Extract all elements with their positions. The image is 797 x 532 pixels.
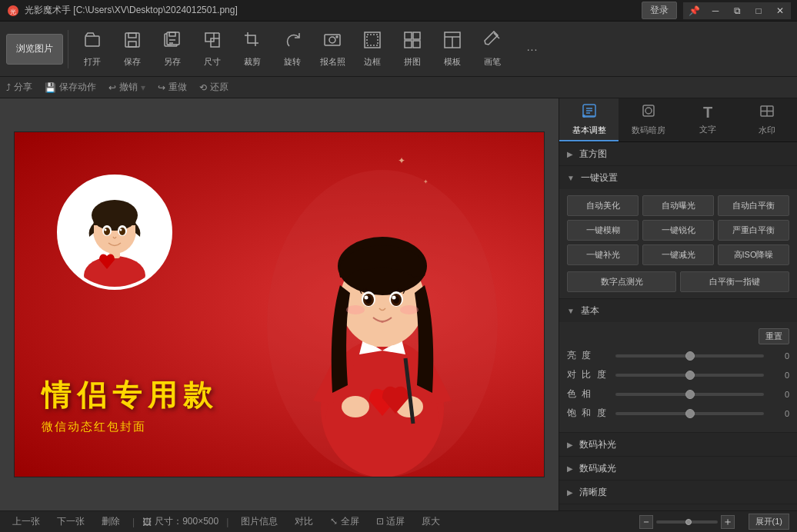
info-button[interactable]: 图片信息 xyxy=(236,514,282,530)
restore-action[interactable]: ⟲ 还原 xyxy=(199,81,228,94)
onekey-sharpen-btn[interactable]: 一键锐化 xyxy=(642,220,714,241)
contrast-thumb[interactable] xyxy=(685,371,695,380)
tab-text[interactable]: T 文字 xyxy=(679,98,738,141)
zoom-slider[interactable] xyxy=(656,520,718,524)
high-iso-btn[interactable]: 高ISO降噪 xyxy=(718,244,789,265)
onekey-fill-btn[interactable]: 一键补光 xyxy=(567,244,639,265)
darkroom-tab-icon xyxy=(641,103,656,122)
close-button[interactable]: ✕ xyxy=(769,2,791,19)
svg-text:光: 光 xyxy=(10,8,16,15)
save-action[interactable]: 💾 保存动作 xyxy=(45,81,96,94)
saturation-thumb[interactable] xyxy=(685,409,695,418)
basic-header[interactable]: ▼ 基本 xyxy=(559,299,797,322)
tool-draw-label: 画笔 xyxy=(484,56,501,68)
hue-row: 色 相 0 xyxy=(567,387,789,401)
zoom-thumb[interactable] xyxy=(685,519,692,525)
svg-rect-19 xyxy=(405,32,412,39)
tool-more[interactable]: ··· xyxy=(513,26,552,72)
svg-point-35 xyxy=(105,229,107,231)
tab-basic[interactable]: 基本调整 xyxy=(559,98,619,141)
tool-template-label: 模板 xyxy=(444,56,461,68)
basic-title: 基本 xyxy=(581,304,599,318)
histogram-chevron: ▶ xyxy=(567,150,573,158)
canvas-area: 情侣专用款 微信动态红包封面 xyxy=(0,98,559,510)
auto-exposure-btn[interactable]: 自动曝光 xyxy=(642,195,714,216)
redo-icon: ↪ xyxy=(158,82,165,93)
titlebar: 光 光影魔术手 [C:\Users\XV\Desktop\2024012501.… xyxy=(0,0,797,22)
contrast-button[interactable]: 对比 xyxy=(290,514,318,530)
tool-save[interactable]: 保存 xyxy=(113,26,152,72)
saturation-track[interactable] xyxy=(615,412,764,415)
expand-button[interactable]: 展开(1) xyxy=(749,514,789,530)
onekey-blur-btn[interactable]: 一键模糊 xyxy=(567,220,639,241)
wb-onekey-btn[interactable]: 白平衡一指键 xyxy=(680,271,789,292)
pin-button[interactable]: 📌 xyxy=(683,2,705,19)
tool-rotate[interactable]: 旋转 xyxy=(273,26,312,72)
tool-border[interactable]: 边框 xyxy=(353,26,392,72)
fit-icon: ⊡ xyxy=(376,516,384,527)
share-action[interactable]: ⤴ 分享 xyxy=(6,81,32,94)
brightness-thumb[interactable] xyxy=(685,351,695,361)
undo-action[interactable]: ↩ 撤销 ▾ xyxy=(108,81,145,94)
digital-darken-section: ▶ 数码减光 xyxy=(559,457,797,480)
digital-spot-btn[interactable]: 数字点测光 xyxy=(567,271,676,292)
actionbar: ⤴ 分享 💾 保存动作 ↩ 撤销 ▾ ↪ 重做 ⟲ 还原 xyxy=(0,77,797,98)
svg-point-39 xyxy=(342,396,369,417)
tab-darkroom[interactable]: 数码暗房 xyxy=(619,98,678,141)
basic-section: ▼ 基本 重置 亮 度 0 对 比 度 0 xyxy=(559,299,797,433)
contrast-row: 对 比 度 0 xyxy=(567,368,789,381)
onekey-darken-btn[interactable]: 一键减光 xyxy=(642,244,714,265)
contrast-track[interactable] xyxy=(615,374,764,377)
tool-open[interactable]: 打开 xyxy=(73,26,112,72)
digital-darken-header[interactable]: ▶ 数码减光 xyxy=(559,457,797,480)
tool-collage[interactable]: 拼图 xyxy=(393,26,432,72)
digital-fill-chevron: ▶ xyxy=(567,441,573,449)
maximize-button[interactable]: □ xyxy=(748,2,769,19)
undo-icon: ↩ xyxy=(108,82,116,93)
image-container: 情侣专用款 微信动态红包封面 xyxy=(14,131,545,477)
brightness-track[interactable] xyxy=(615,354,764,357)
tool-saveas[interactable]: 另存 xyxy=(153,26,192,72)
browse-button[interactable]: 浏览图片 xyxy=(6,34,63,65)
tool-photo[interactable]: 报名照 xyxy=(313,26,352,72)
original-button[interactable]: 原大 xyxy=(417,514,445,530)
tool-draw[interactable]: 画笔 xyxy=(473,26,512,72)
tool-template[interactable]: 模板 xyxy=(433,26,472,72)
next-button[interactable]: 下一张 xyxy=(52,514,89,530)
svg-rect-21 xyxy=(405,41,412,48)
clarity-title: 清晰度 xyxy=(579,486,607,499)
tab-darkroom-label: 数码暗房 xyxy=(632,125,665,136)
tab-watermark[interactable]: 水印 xyxy=(738,98,797,141)
delete-button[interactable]: 删除 xyxy=(97,514,125,530)
size-text: 尺寸：900×500 xyxy=(155,515,218,528)
tool-resize[interactable]: 尺寸 xyxy=(193,26,232,72)
draw-icon xyxy=(483,31,502,53)
onekey-header[interactable]: ▼ 一键设置 xyxy=(559,166,797,189)
digital-fill-header[interactable]: ▶ 数码补光 xyxy=(559,433,797,456)
zoom-minus-button[interactable]: － xyxy=(639,515,653,529)
saturation-row: 饱 和 度 0 xyxy=(567,407,789,420)
serious-wb-btn[interactable]: 严重白平衡 xyxy=(718,220,789,241)
tool-crop[interactable]: 裁剪 xyxy=(233,26,272,72)
svg-point-50 xyxy=(365,296,368,300)
zoom-controls: － ＋ xyxy=(639,515,735,529)
fullscreen-button[interactable]: ⤡ 全屏 xyxy=(325,514,363,530)
zoom-plus-button[interactable]: ＋ xyxy=(721,515,735,529)
minimize-button[interactable]: ─ xyxy=(705,2,726,19)
redo-action[interactable]: ↪ 重做 xyxy=(158,81,187,94)
histogram-header[interactable]: ▶ 直方图 xyxy=(559,142,797,165)
levels-header[interactable]: ▶ 色阶 xyxy=(559,504,797,510)
hue-track[interactable] xyxy=(615,393,764,396)
clarity-header[interactable]: ▶ 清晰度 xyxy=(559,480,797,504)
auto-wb-btn[interactable]: 自动白平衡 xyxy=(718,195,789,216)
collage-icon xyxy=(403,31,422,53)
hue-thumb[interactable] xyxy=(685,390,695,399)
restore-button[interactable]: ⧉ xyxy=(726,2,748,19)
svg-rect-3 xyxy=(125,33,139,47)
fit-button[interactable]: ⊡ 适屏 xyxy=(372,514,409,530)
reset-button[interactable]: 重置 xyxy=(759,328,789,344)
svg-point-52 xyxy=(346,305,365,314)
auto-beautify-btn[interactable]: 自动美化 xyxy=(567,195,639,216)
login-button[interactable]: 登录 xyxy=(642,2,677,19)
prev-button[interactable]: 上一张 xyxy=(8,514,45,530)
